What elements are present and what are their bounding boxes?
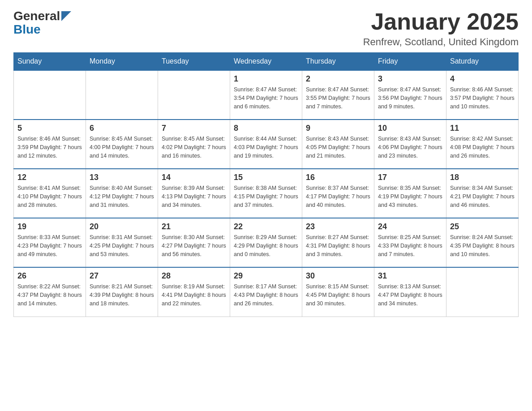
col-header-tuesday: Tuesday [158, 53, 230, 71]
logo-blue: Blue [13, 23, 71, 36]
day-number: 22 [234, 222, 298, 231]
day-info: Sunrise: 8:27 AM Sunset: 4:31 PM Dayligh… [306, 233, 370, 258]
day-info: Sunrise: 8:35 AM Sunset: 4:19 PM Dayligh… [378, 184, 442, 209]
day-number: 3 [378, 74, 442, 84]
day-info: Sunrise: 8:33 AM Sunset: 4:23 PM Dayligh… [17, 233, 82, 258]
calendar-cell: 26Sunrise: 8:22 AM Sunset: 4:37 PM Dayli… [14, 267, 86, 317]
calendar-cell: 8Sunrise: 8:44 AM Sunset: 4:03 PM Daylig… [230, 120, 302, 169]
day-info: Sunrise: 8:38 AM Sunset: 4:15 PM Dayligh… [234, 184, 298, 209]
calendar-cell: 25Sunrise: 8:24 AM Sunset: 4:35 PM Dayli… [446, 218, 519, 267]
day-info: Sunrise: 8:24 AM Sunset: 4:35 PM Dayligh… [450, 233, 515, 258]
col-header-monday: Monday [86, 53, 158, 71]
day-info: Sunrise: 8:47 AM Sunset: 3:55 PM Dayligh… [306, 86, 370, 111]
week-row-2: 5Sunrise: 8:46 AM Sunset: 3:59 PM Daylig… [14, 120, 519, 169]
day-info: Sunrise: 8:15 AM Sunset: 4:45 PM Dayligh… [306, 283, 370, 308]
day-number: 10 [378, 124, 442, 133]
calendar-cell: 3Sunrise: 8:47 AM Sunset: 3:56 PM Daylig… [374, 70, 446, 120]
calendar-cell: 20Sunrise: 8:31 AM Sunset: 4:25 PM Dayli… [86, 218, 158, 267]
day-info: Sunrise: 8:41 AM Sunset: 4:10 PM Dayligh… [17, 184, 82, 209]
calendar-cell: 13Sunrise: 8:40 AM Sunset: 4:12 PM Dayli… [86, 169, 158, 218]
calendar-cell: 28Sunrise: 8:19 AM Sunset: 4:41 PM Dayli… [158, 267, 230, 317]
day-info: Sunrise: 8:44 AM Sunset: 4:03 PM Dayligh… [234, 135, 298, 160]
day-info: Sunrise: 8:37 AM Sunset: 4:17 PM Dayligh… [306, 184, 370, 209]
calendar-cell: 5Sunrise: 8:46 AM Sunset: 3:59 PM Daylig… [14, 120, 86, 169]
day-number: 2 [306, 74, 370, 84]
calendar-cell: 14Sunrise: 8:39 AM Sunset: 4:13 PM Dayli… [158, 169, 230, 218]
calendar-cell [158, 70, 230, 120]
calendar: SundayMondayTuesdayWednesdayThursdayFrid… [13, 52, 519, 317]
calendar-cell: 9Sunrise: 8:43 AM Sunset: 4:05 PM Daylig… [302, 120, 374, 169]
calendar-header-row: SundayMondayTuesdayWednesdayThursdayFrid… [14, 53, 519, 71]
day-number: 21 [162, 222, 226, 231]
day-info: Sunrise: 8:47 AM Sunset: 3:56 PM Dayligh… [378, 86, 442, 111]
day-number: 11 [450, 124, 515, 133]
col-header-wednesday: Wednesday [230, 53, 302, 71]
calendar-cell: 10Sunrise: 8:43 AM Sunset: 4:06 PM Dayli… [374, 120, 446, 169]
calendar-cell: 4Sunrise: 8:46 AM Sunset: 3:57 PM Daylig… [446, 70, 519, 120]
calendar-cell: 27Sunrise: 8:21 AM Sunset: 4:39 PM Dayli… [86, 267, 158, 317]
day-info: Sunrise: 8:17 AM Sunset: 4:43 PM Dayligh… [234, 283, 298, 308]
day-number: 29 [234, 271, 298, 281]
calendar-cell: 18Sunrise: 8:34 AM Sunset: 4:21 PM Dayli… [446, 169, 519, 218]
header: General Blue January 2025 Renfrew, Scotl… [13, 9, 519, 48]
col-header-friday: Friday [374, 53, 446, 71]
day-info: Sunrise: 8:40 AM Sunset: 4:12 PM Dayligh… [90, 184, 154, 209]
calendar-cell: 21Sunrise: 8:30 AM Sunset: 4:27 PM Dayli… [158, 218, 230, 267]
logo: General Blue [13, 9, 71, 36]
day-number: 18 [450, 173, 515, 182]
day-number: 15 [234, 173, 298, 182]
calendar-cell: 2Sunrise: 8:47 AM Sunset: 3:55 PM Daylig… [302, 70, 374, 120]
day-info: Sunrise: 8:29 AM Sunset: 4:29 PM Dayligh… [234, 233, 298, 258]
day-info: Sunrise: 8:25 AM Sunset: 4:33 PM Dayligh… [378, 233, 442, 258]
day-number: 23 [306, 222, 370, 231]
day-number: 16 [306, 173, 370, 182]
week-row-3: 12Sunrise: 8:41 AM Sunset: 4:10 PM Dayli… [14, 169, 519, 218]
day-number: 5 [17, 124, 82, 133]
day-number: 19 [17, 222, 82, 231]
calendar-cell: 23Sunrise: 8:27 AM Sunset: 4:31 PM Dayli… [302, 218, 374, 267]
day-number: 17 [378, 173, 442, 182]
day-info: Sunrise: 8:47 AM Sunset: 3:54 PM Dayligh… [234, 86, 298, 111]
logo-general: General [13, 9, 60, 23]
day-number: 27 [90, 271, 154, 281]
day-info: Sunrise: 8:45 AM Sunset: 4:02 PM Dayligh… [162, 135, 226, 160]
calendar-cell: 30Sunrise: 8:15 AM Sunset: 4:45 PM Dayli… [302, 267, 374, 317]
logo-triangle-icon [61, 11, 71, 21]
week-row-1: 1Sunrise: 8:47 AM Sunset: 3:54 PM Daylig… [14, 70, 519, 120]
day-number: 30 [306, 271, 370, 281]
calendar-cell [14, 70, 86, 120]
calendar-cell: 12Sunrise: 8:41 AM Sunset: 4:10 PM Dayli… [14, 169, 86, 218]
week-row-5: 26Sunrise: 8:22 AM Sunset: 4:37 PM Dayli… [14, 267, 519, 317]
day-info: Sunrise: 8:46 AM Sunset: 3:59 PM Dayligh… [17, 135, 82, 160]
calendar-cell: 16Sunrise: 8:37 AM Sunset: 4:17 PM Dayli… [302, 169, 374, 218]
day-info: Sunrise: 8:46 AM Sunset: 3:57 PM Dayligh… [450, 86, 515, 111]
day-info: Sunrise: 8:45 AM Sunset: 4:00 PM Dayligh… [90, 135, 154, 160]
day-number: 13 [90, 173, 154, 182]
svg-marker-0 [61, 11, 71, 21]
calendar-cell: 19Sunrise: 8:33 AM Sunset: 4:23 PM Dayli… [14, 218, 86, 267]
day-number: 28 [162, 271, 226, 281]
day-number: 26 [17, 271, 82, 281]
calendar-cell: 1Sunrise: 8:47 AM Sunset: 3:54 PM Daylig… [230, 70, 302, 120]
day-info: Sunrise: 8:22 AM Sunset: 4:37 PM Dayligh… [17, 283, 82, 308]
day-number: 8 [234, 124, 298, 133]
day-number: 31 [378, 271, 442, 281]
calendar-cell: 29Sunrise: 8:17 AM Sunset: 4:43 PM Dayli… [230, 267, 302, 317]
day-number: 1 [234, 74, 298, 84]
calendar-cell [86, 70, 158, 120]
day-number: 7 [162, 124, 226, 133]
day-info: Sunrise: 8:39 AM Sunset: 4:13 PM Dayligh… [162, 184, 226, 209]
week-row-4: 19Sunrise: 8:33 AM Sunset: 4:23 PM Dayli… [14, 218, 519, 267]
title-area: January 2025 Renfrew, Scotland, United K… [363, 9, 519, 48]
day-info: Sunrise: 8:31 AM Sunset: 4:25 PM Dayligh… [90, 233, 154, 258]
day-info: Sunrise: 8:34 AM Sunset: 4:21 PM Dayligh… [450, 184, 515, 209]
day-info: Sunrise: 8:42 AM Sunset: 4:08 PM Dayligh… [450, 135, 515, 160]
day-number: 25 [450, 222, 515, 231]
calendar-cell: 17Sunrise: 8:35 AM Sunset: 4:19 PM Dayli… [374, 169, 446, 218]
day-info: Sunrise: 8:30 AM Sunset: 4:27 PM Dayligh… [162, 233, 226, 258]
calendar-cell: 11Sunrise: 8:42 AM Sunset: 4:08 PM Dayli… [446, 120, 519, 169]
page-title: January 2025 [363, 9, 519, 34]
calendar-cell: 22Sunrise: 8:29 AM Sunset: 4:29 PM Dayli… [230, 218, 302, 267]
day-number: 14 [162, 173, 226, 182]
subtitle: Renfrew, Scotland, United Kingdom [363, 36, 519, 48]
